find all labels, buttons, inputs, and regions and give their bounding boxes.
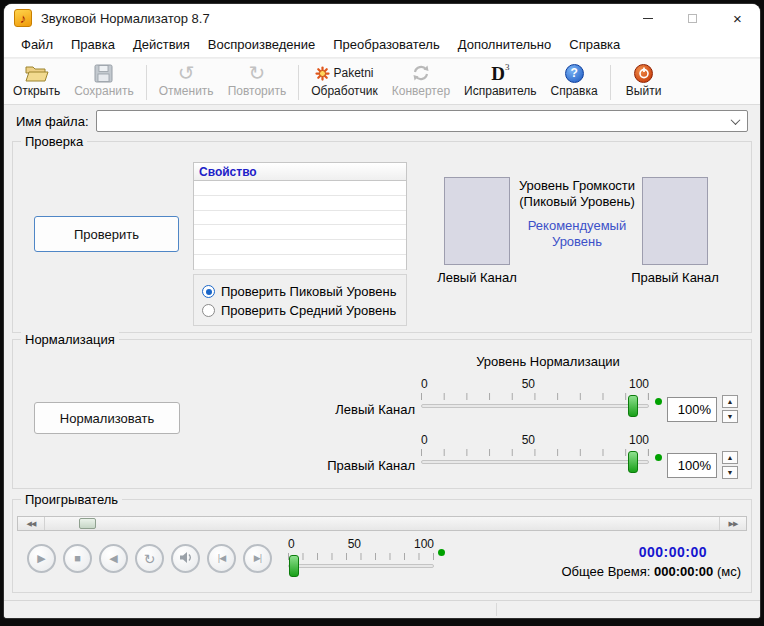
scale-mid-label: 50 — [522, 434, 535, 447]
scale-mid-label: 50 — [348, 538, 361, 551]
slider-scale: 0 50 100 — [288, 538, 434, 551]
app-window: ♪ Звуковой Нормализатор 8.7 × Файл Правк… — [4, 4, 760, 618]
toolbar-save-label: Сохранить — [74, 84, 134, 99]
menu-item-advanced[interactable]: Дополнительно — [449, 32, 561, 57]
status-bar-divider — [496, 603, 497, 616]
radio-peak-level[interactable]: Проверить Пиковый Уровень — [202, 282, 398, 301]
player-position-slider[interactable]: 0 50 100 — [288, 538, 434, 578]
close-button[interactable]: × — [715, 4, 760, 32]
check-button[interactable]: Проверить — [34, 216, 179, 252]
window-title: Звуковой Нормализатор 8.7 — [41, 11, 210, 26]
scale-min-label: 0 — [421, 378, 428, 391]
left-spin-up-button[interactable]: ▲ — [722, 395, 738, 408]
right-slider-handle[interactable] — [628, 451, 638, 473]
filename-label: Имя файла: — [16, 114, 96, 129]
dropdown-arrow-icon[interactable] — [723, 111, 747, 131]
toolbar-help-button[interactable]: ? Справка — [544, 61, 605, 104]
radio-average-level[interactable]: Проверить Средний Уровень — [202, 301, 398, 320]
batch-processor-icon — [315, 62, 330, 84]
left-normalization-slider[interactable]: 0 50 100 — [421, 378, 649, 418]
toolbar-fixer-button[interactable]: D 3 Исправитель — [457, 61, 543, 104]
toolbar-save-button[interactable]: Сохранить — [67, 61, 141, 104]
total-time-label: Общее Время: — [561, 564, 650, 579]
normalize-button[interactable]: Нормализовать — [34, 402, 180, 434]
filename-combobox[interactable] — [96, 110, 748, 132]
toolbar-converter-label: Конвертер — [392, 84, 450, 99]
properties-table[interactable]: Свойство — [193, 162, 407, 270]
slider-max-dot-icon — [438, 549, 445, 556]
toolbar-batch-button[interactable]: Paketni Обработчик — [304, 61, 385, 104]
menu-item-playback[interactable]: Воспроизведение — [199, 32, 324, 57]
volume-button[interactable] — [171, 544, 200, 573]
repeat-icon: ↻ — [144, 552, 156, 566]
right-channel-meter-label: Правый Канал — [609, 270, 741, 285]
recommended-level-link[interactable]: Рекомендуемый Уровень — [522, 218, 632, 250]
volume-level-text: Уровень Громкости (Пиковый Уровень) Реко… — [511, 178, 643, 250]
player-slider-handle[interactable] — [289, 555, 299, 577]
check-group: Проверка Проверить Свойство Проверить Пи… — [12, 141, 752, 333]
undo-icon: ↺ — [178, 62, 195, 84]
trackbar-left-arrows-icon[interactable]: ◀◀ — [18, 520, 44, 528]
filename-row: Имя файла: — [16, 110, 748, 132]
left-spin-down-button[interactable]: ▼ — [722, 410, 738, 423]
play-button[interactable]: ▶ — [27, 544, 56, 573]
toolbar-separator — [610, 65, 611, 100]
right-spin-down-button[interactable]: ▼ — [722, 466, 738, 479]
right-spin-up-button[interactable]: ▲ — [722, 451, 738, 464]
normalization-level-title: Уровень Нормализации — [423, 354, 673, 369]
maximize-button[interactable] — [670, 4, 715, 32]
menu-bar: Файл Правка Действия Воспроизведение Пре… — [4, 32, 760, 58]
save-icon — [94, 62, 113, 84]
properties-table-header: Свойство — [194, 163, 406, 181]
id3-fixer-icon: D 3 — [491, 62, 509, 84]
toolbar-open-button[interactable]: Открыть — [6, 61, 67, 104]
chevron-down-icon — [730, 115, 740, 125]
toolbar-redo-button[interactable]: ↻ Повторить — [221, 61, 294, 104]
left-channel-slider-label: Левый Канал — [297, 402, 415, 417]
right-normalization-slider[interactable]: 0 50 100 — [421, 434, 649, 474]
menu-item-edit[interactable]: Правка — [62, 32, 124, 57]
left-level-spinbox[interactable]: 100% — [667, 397, 717, 422]
menu-item-help[interactable]: Справка — [560, 32, 629, 57]
next-button[interactable]: ▶| — [243, 544, 272, 573]
scale-min-label: 0 — [421, 434, 428, 447]
toolbar-converter-button[interactable]: Конвертер — [385, 61, 457, 104]
player-group-title: Проигрыватель — [21, 492, 122, 507]
table-row — [194, 196, 406, 211]
left-channel-meter-label: Левый Канал — [411, 270, 543, 285]
trackbar-right-arrows-icon[interactable]: ▶▶ — [720, 520, 746, 528]
slider-max-dot-icon — [655, 454, 662, 461]
radio-checked-icon — [202, 285, 215, 298]
previous-icon: |◀ — [218, 554, 225, 563]
normalization-group-title: Нормализация — [21, 332, 119, 347]
repeat-button[interactable]: ↻ — [135, 544, 164, 573]
toolbar-undo-button[interactable]: ↺ Отменить — [152, 61, 221, 104]
toolbar-redo-label: Повторить — [228, 84, 287, 99]
scale-max-label: 100 — [629, 378, 649, 391]
toolbar-exit-label: Выйти — [626, 84, 662, 99]
right-level-spinbox[interactable]: 100% — [667, 453, 717, 478]
play-icon: ▶ — [37, 553, 45, 564]
stop-button[interactable]: ■ — [63, 544, 92, 573]
menu-item-actions[interactable]: Действия — [124, 32, 199, 57]
previous-button[interactable]: |◀ — [207, 544, 236, 573]
total-time: Общее Время: 000:00:00 (мс) — [561, 564, 741, 579]
menu-item-converter[interactable]: Преобразователь — [324, 32, 449, 57]
menu-item-file[interactable]: Файл — [12, 32, 62, 57]
trackbar-thumb[interactable] — [79, 518, 96, 529]
toolbar-batch-label-line1: Paketni — [333, 66, 373, 81]
toolbar-help-label: Справка — [551, 84, 598, 99]
left-slider-handle[interactable] — [628, 395, 638, 417]
music-note-icon: ♪ — [20, 12, 27, 25]
rewind-button[interactable]: ◀ — [99, 544, 128, 573]
client-area: Имя файла: Проверка Проверить Свойство — [4, 106, 760, 600]
trackbar-groove[interactable] — [44, 517, 720, 530]
power-icon — [634, 64, 653, 83]
position-trackbar[interactable]: ◀◀ ▶▶ — [17, 516, 747, 531]
titlebar: ♪ Звуковой Нормализатор 8.7 × — [4, 4, 760, 32]
right-channel-slider-label: Правый Канал — [297, 458, 415, 473]
status-bar — [4, 600, 760, 618]
minimize-button[interactable] — [625, 4, 670, 32]
toolbar-exit-button[interactable]: Выйти — [616, 61, 672, 104]
redo-icon: ↻ — [249, 62, 266, 84]
